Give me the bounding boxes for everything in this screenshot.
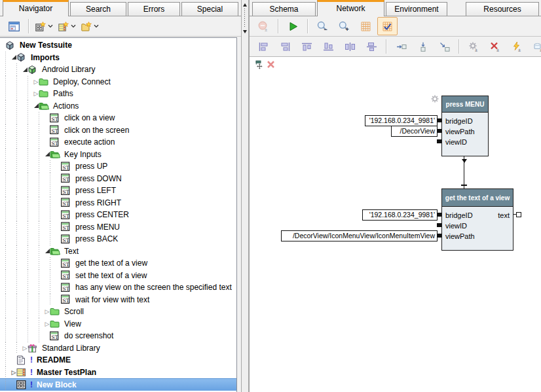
new-testplan-button[interactable] [56, 17, 78, 35]
input-pin-icon[interactable] [437, 139, 441, 143]
tree-item-new-block[interactable]: !New Block [0, 378, 236, 391]
grid-button[interactable] [356, 17, 376, 35]
tree-item-press-up[interactable]: STpress UP [0, 160, 236, 173]
tree-expander-closed-icon[interactable]: ▷ [33, 79, 39, 85]
tab-special[interactable]: Special [181, 2, 238, 16]
input-pin-icon[interactable] [437, 213, 441, 217]
tree-expander-closed-icon[interactable]: ▷ [11, 369, 16, 376]
center-horizontal-button[interactable] [340, 37, 360, 56]
input-value-box[interactable]: /DecorView [391, 126, 438, 137]
tree-guide-line [0, 149, 11, 161]
tree-expander-closed-icon[interactable]: ▷ [22, 345, 28, 351]
tree-item-key-inputs[interactable]: Key Inputs [0, 149, 236, 161]
tree-item-readme[interactable]: !README [0, 354, 236, 366]
tree-item-click-on-a-view[interactable]: STclick on a view [0, 112, 236, 124]
tree-item-imports[interactable]: Imports [0, 52, 236, 64]
input-value-box[interactable]: '192.168.0.234_9981' [365, 115, 438, 126]
tree-item-paths[interactable]: ▷Paths [0, 88, 236, 100]
diagram-block-press-menu[interactable]: press MENUbridgeIDviewPathviewID [441, 96, 489, 156]
tab-search[interactable]: Search [70, 2, 126, 16]
tree-item-press-menu[interactable]: STpress MENU [0, 221, 236, 234]
tree-item-press-left[interactable]: STpress LEFT [0, 185, 236, 197]
new-folder-button[interactable] [79, 17, 101, 35]
buffer-toggle-button[interactable]: ± [529, 37, 541, 56]
tree-item-master-testplan[interactable]: ▷!Master TestPlan [0, 366, 236, 379]
center-vertical-button[interactable] [362, 37, 382, 56]
input-pin-icon[interactable] [437, 223, 441, 227]
diagram-block-get-the-text-of-a-view[interactable]: get the text of a viewbridgeIDtextviewID… [441, 188, 513, 251]
zoom-in-button[interactable]: + [334, 17, 354, 35]
dropdown-chevron-icon[interactable] [71, 24, 76, 28]
tab-schema[interactable]: Schema [252, 2, 316, 16]
tab-errors[interactable]: Errors [128, 2, 180, 16]
tree-item-deploy-connect[interactable]: ▷Deploy, Connect [0, 76, 236, 88]
tree-item-has-any-view-on-the-screen-the-specified-text[interactable]: SThas any view on the screen the specifi… [0, 281, 236, 294]
tree-item-click-on-the-screen[interactable]: STclick on the screen [0, 124, 236, 137]
delete-toggle-button[interactable]: ± [485, 37, 506, 56]
dropdown-chevron-icon[interactable] [94, 24, 99, 28]
tree-item-do-screenshot[interactable]: STdo screenshot [0, 330, 236, 342]
tree-item-new-testsuite[interactable]: New Testsuite [0, 39, 236, 52]
tree-item-set-the-text-of-a-view[interactable]: STset the text of a view [0, 270, 236, 282]
remove-all-button[interactable]: ± [253, 17, 274, 35]
tree-item-execute-action[interactable]: STexecute action [0, 136, 236, 149]
input-value-box[interactable]: '192.168.0.234_9981' [362, 209, 438, 221]
settings-toggle-button[interactable]: ± [464, 37, 484, 56]
input-value-box[interactable]: /DecorView/IconMenuView/IconMenuItemView [281, 230, 438, 241]
tree-item-standard-library[interactable]: ▷Standard Library [0, 342, 236, 355]
tab-navigator[interactable]: Navigator [3, 0, 69, 16]
block-gear-icon[interactable] [430, 94, 439, 105]
tree-expander-open-icon[interactable] [45, 249, 50, 253]
dropdown-chevron-icon[interactable] [48, 24, 53, 28]
grid-snap-button[interactable] [377, 17, 398, 35]
splitter-collapse-right-icon[interactable] [243, 30, 247, 33]
zoom-out-button[interactable]: − [312, 17, 333, 35]
new-block-button[interactable] [33, 17, 55, 35]
delete-selection-button[interactable] [267, 60, 275, 71]
remove-all-icon: ± [258, 21, 269, 31]
input-pin-icon[interactable] [437, 129, 441, 133]
align-bottom-button[interactable] [318, 37, 339, 56]
tree-item-scroll[interactable]: ▷Scroll [0, 306, 236, 318]
browser-window-button[interactable] [4, 17, 24, 35]
align-left-button[interactable] [253, 37, 274, 56]
panel-splitter[interactable] [241, 0, 249, 392]
tree-expander-closed-icon[interactable]: ▷ [45, 308, 50, 315]
move-down-button[interactable] [413, 37, 433, 56]
tree-item-wait-for-view-with-text[interactable]: STwait for view with text [0, 294, 236, 306]
select-tool-button[interactable] [255, 60, 264, 71]
tree-item-android-library[interactable]: Android Library [0, 63, 236, 76]
network-main-toolbar: ±−+ [250, 16, 541, 37]
tree-item-get-the-text-of-a-view[interactable]: STget the text of a view [0, 257, 236, 270]
tree-item-actions[interactable]: Actions [0, 100, 236, 113]
input-pin-icon[interactable] [437, 234, 441, 238]
move-right-button[interactable] [391, 37, 411, 56]
tree-expander-closed-icon[interactable]: ▷ [33, 90, 39, 97]
move-diagonal-button[interactable] [434, 37, 455, 56]
splitter-collapse-left-icon[interactable] [243, 3, 247, 7]
tree-expander-open-icon[interactable] [11, 55, 16, 60]
tree-item-press-back[interactable]: STpress BACK [0, 233, 236, 245]
tree-item-press-down[interactable]: STpress DOWN [0, 173, 236, 185]
tree-expander-open-icon[interactable] [33, 103, 39, 108]
tree-expander-open-icon[interactable] [45, 152, 50, 156]
splitter-grip[interactable] [244, 9, 245, 28]
tree-item-press-center[interactable]: STpress CENTER [0, 209, 236, 221]
align-top-button[interactable] [297, 37, 317, 56]
tab-network[interactable]: Network [317, 0, 384, 16]
tree-item-view[interactable]: ▷View [0, 318, 236, 330]
tab-resources[interactable]: Resources [466, 2, 539, 16]
tree-guide-line [0, 294, 11, 306]
input-pin-icon[interactable] [437, 118, 441, 122]
tree-expander-closed-icon[interactable]: ▷ [45, 321, 50, 327]
testsuite-tree[interactable]: New TestsuiteImportsAndroid Library▷Depl… [0, 37, 237, 392]
trigger-toggle-button[interactable]: ± [507, 37, 527, 56]
left-tab-bar: NavigatorSearchErrorsSpecial [0, 0, 241, 16]
output-pin-icon[interactable] [516, 212, 521, 217]
tab-environment[interactable]: Environment [386, 2, 447, 16]
run-button[interactable] [283, 17, 303, 35]
tree-item-press-right[interactable]: STpress RIGHT [0, 197, 236, 209]
align-right-button[interactable] [275, 37, 295, 56]
tree-expander-open-icon[interactable] [22, 67, 28, 72]
tree-item-text[interactable]: Text [0, 245, 236, 258]
